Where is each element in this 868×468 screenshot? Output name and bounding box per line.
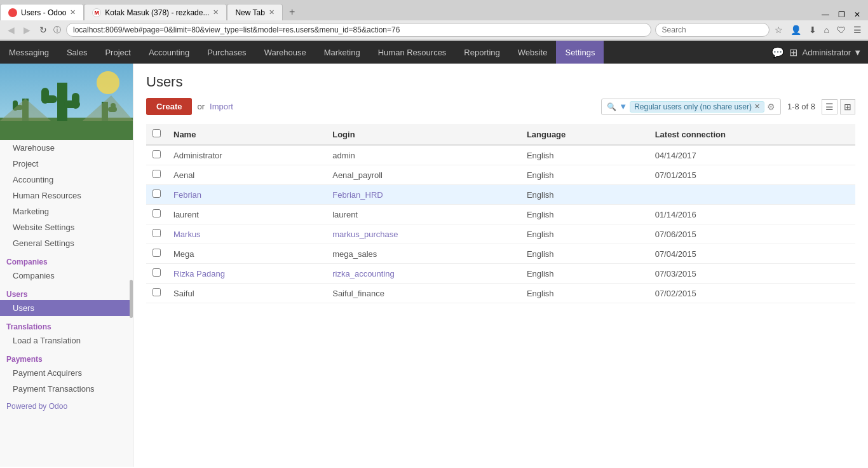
row-checkbox-cell[interactable] bbox=[146, 145, 167, 165]
download-icon[interactable]: ⬇ bbox=[808, 24, 818, 36]
row-checkbox[interactable] bbox=[153, 268, 161, 277]
nav-human-resources[interactable]: Human Resources bbox=[369, 41, 456, 64]
filter-tag-remove[interactable]: ✕ bbox=[754, 102, 760, 111]
tab-close-newtab[interactable]: ✕ bbox=[269, 8, 275, 17]
sidebar-item-load-translation[interactable]: Load a Translation bbox=[0, 333, 133, 348]
cell-login[interactable]: Aenal_payroll bbox=[326, 165, 520, 185]
profile-icon[interactable]: 👤 bbox=[789, 24, 803, 36]
nav-sales[interactable]: Sales bbox=[58, 41, 97, 64]
close-button[interactable]: ✕ bbox=[850, 9, 864, 20]
user-login-link[interactable]: Febrian_HRD bbox=[332, 190, 383, 200]
odoo-link[interactable]: Odoo bbox=[49, 402, 67, 411]
cell-name[interactable]: Administrator bbox=[167, 145, 326, 165]
new-tab-button[interactable]: + bbox=[283, 4, 301, 20]
user-login-link[interactable]: rizka_accounting bbox=[332, 269, 395, 279]
user-login-link[interactable]: Saiful_finance bbox=[332, 289, 384, 298]
browser-search-input[interactable] bbox=[655, 23, 770, 37]
nav-warehouse[interactable]: Warehouse bbox=[255, 41, 315, 64]
row-checkbox[interactable] bbox=[153, 249, 161, 257]
tab-close-users[interactable]: ✕ bbox=[70, 8, 76, 17]
reload-button[interactable]: ↻ bbox=[37, 24, 50, 36]
row-checkbox-cell[interactable] bbox=[146, 185, 167, 205]
sidebar-item-users[interactable]: Users bbox=[0, 300, 133, 316]
user-name-link[interactable]: Rizka Padang bbox=[173, 269, 225, 279]
user-login-link[interactable]: mega_sales bbox=[332, 249, 377, 259]
url-input[interactable] bbox=[66, 23, 651, 37]
cell-name[interactable]: Mega bbox=[167, 244, 326, 264]
user-name-link[interactable]: Administrator bbox=[173, 151, 222, 160]
cell-login[interactable]: Febrian_HRD bbox=[326, 185, 520, 205]
row-checkbox-cell[interactable] bbox=[146, 284, 167, 303]
sidebar-item-accounting[interactable]: Accounting bbox=[0, 172, 133, 188]
cell-login[interactable]: Saiful_finance bbox=[326, 284, 520, 303]
tab-close-gmail[interactable]: ✕ bbox=[213, 8, 219, 17]
apps-icon[interactable]: ⊞ bbox=[789, 46, 797, 59]
user-name-link[interactable]: Markus bbox=[173, 230, 201, 239]
nav-marketing[interactable]: Marketing bbox=[315, 41, 369, 64]
maximize-button[interactable]: ❐ bbox=[834, 9, 849, 20]
cell-login[interactable]: laurent bbox=[326, 205, 520, 224]
row-checkbox[interactable] bbox=[153, 229, 161, 237]
row-checkbox-cell[interactable] bbox=[146, 244, 167, 264]
tab-gmail[interactable]: M Kotak Masuk (378) - rezkade... ✕ bbox=[84, 4, 227, 20]
sidebar-item-marketing[interactable]: Marketing bbox=[0, 203, 133, 219]
nav-reporting[interactable]: Reporting bbox=[455, 41, 508, 64]
tab-newtab[interactable]: New Tab ✕ bbox=[227, 4, 282, 20]
nav-website[interactable]: Website bbox=[509, 41, 557, 64]
cell-name[interactable]: laurent bbox=[167, 205, 326, 224]
row-checkbox-cell[interactable] bbox=[146, 224, 167, 244]
cell-login[interactable]: mega_sales bbox=[326, 244, 520, 264]
admin-menu[interactable]: Administrator ▼ bbox=[803, 48, 862, 57]
star-icon[interactable]: ☆ bbox=[773, 24, 784, 36]
user-name-link[interactable]: Mega bbox=[173, 249, 194, 259]
sidebar-item-warehouse[interactable]: Warehouse bbox=[0, 140, 133, 156]
user-name-link[interactable]: Febrian bbox=[173, 190, 201, 200]
cell-name[interactable]: Rizka Padang bbox=[167, 264, 326, 284]
nav-accounting[interactable]: Accounting bbox=[140, 41, 198, 64]
cell-login[interactable]: rizka_accounting bbox=[326, 264, 520, 284]
sidebar-item-human-resources[interactable]: Human Resources bbox=[0, 188, 133, 203]
user-name-link[interactable]: Aenal bbox=[173, 170, 194, 180]
cell-login[interactable]: markus_purchase bbox=[326, 224, 520, 244]
cell-name[interactable]: Saiful bbox=[167, 284, 326, 303]
nav-project[interactable]: Project bbox=[96, 41, 139, 64]
nav-settings[interactable]: Settings bbox=[556, 41, 604, 64]
tab-users[interactable]: Users - Odoo ✕ bbox=[0, 4, 84, 20]
row-checkbox[interactable] bbox=[153, 288, 161, 296]
sidebar-item-general-settings[interactable]: General Settings bbox=[0, 235, 133, 251]
select-all-checkbox[interactable] bbox=[153, 129, 161, 137]
nav-purchases[interactable]: Purchases bbox=[198, 41, 255, 64]
row-checkbox-cell[interactable] bbox=[146, 165, 167, 185]
menu-icon[interactable]: ☰ bbox=[852, 24, 863, 36]
user-login-link[interactable]: Aenal_payroll bbox=[332, 170, 383, 180]
user-login-link[interactable]: admin bbox=[332, 151, 355, 160]
user-name-link[interactable]: laurent bbox=[173, 210, 199, 219]
row-checkbox[interactable] bbox=[153, 189, 161, 198]
chat-icon[interactable]: 💬 bbox=[771, 46, 784, 59]
row-checkbox[interactable] bbox=[153, 150, 161, 158]
user-name-link[interactable]: Saiful bbox=[173, 289, 194, 298]
cell-name[interactable]: Febrian bbox=[167, 185, 326, 205]
home-icon[interactable]: ⌂ bbox=[823, 24, 831, 36]
sidebar-item-project[interactable]: Project bbox=[0, 156, 133, 172]
row-checkbox[interactable] bbox=[153, 170, 161, 178]
list-view-icon[interactable]: ☰ bbox=[822, 99, 837, 114]
forward-button[interactable]: ▶ bbox=[21, 24, 33, 36]
filter-settings-icon[interactable]: ⚙ bbox=[767, 102, 775, 112]
minimize-button[interactable]: — bbox=[818, 9, 833, 20]
nav-messaging[interactable]: Messaging bbox=[0, 41, 58, 64]
cell-name[interactable]: Aenal bbox=[167, 165, 326, 185]
row-checkbox-cell[interactable] bbox=[146, 264, 167, 284]
sidebar-item-payment-transactions[interactable]: Payment Transactions bbox=[0, 381, 133, 397]
create-button[interactable]: Create bbox=[146, 98, 192, 115]
back-button[interactable]: ◀ bbox=[5, 24, 17, 36]
row-checkbox-cell[interactable] bbox=[146, 205, 167, 224]
cell-name[interactable]: Markus bbox=[167, 224, 326, 244]
sidebar-item-companies[interactable]: Companies bbox=[0, 268, 133, 284]
user-login-link[interactable]: laurent bbox=[332, 210, 358, 219]
sidebar-scrollbar[interactable] bbox=[130, 280, 133, 318]
row-checkbox[interactable] bbox=[153, 209, 161, 217]
user-login-link[interactable]: markus_purchase bbox=[332, 230, 398, 239]
kanban-view-icon[interactable]: ⊞ bbox=[840, 99, 855, 114]
sidebar-item-website-settings[interactable]: Website Settings bbox=[0, 219, 133, 235]
